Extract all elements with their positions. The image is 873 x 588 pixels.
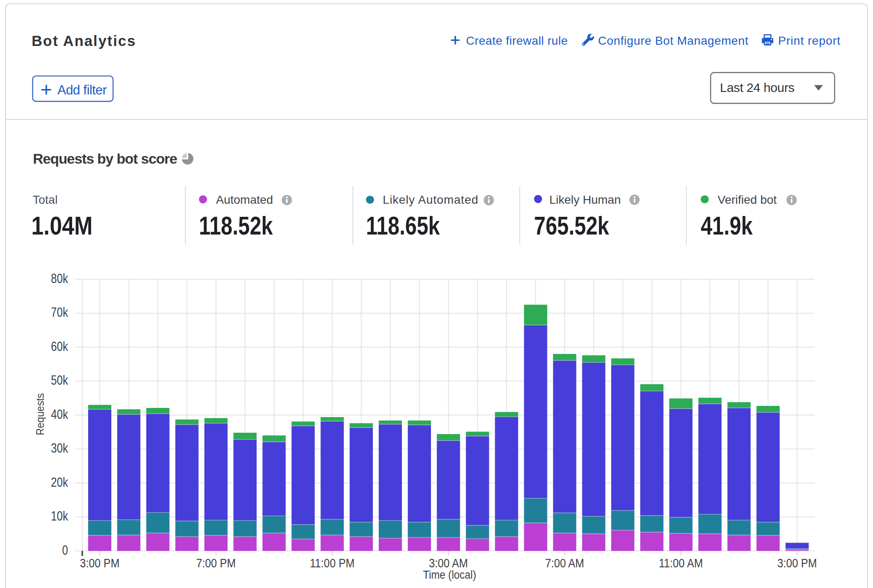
svg-text:Add filter: Add filter [57,83,107,97]
svg-text:1.04M: 1.04M [31,210,92,240]
svg-text:0: 0 [62,542,68,557]
svg-text:Configure Bot Management: Configure Bot Management [598,34,749,47]
svg-text:Likely Human: Likely Human [549,193,621,206]
svg-text:Total: Total [33,193,58,206]
svg-text:41.9k: 41.9k [701,211,753,240]
svg-text:3:00 PM: 3:00 PM [777,556,817,570]
svg-text:Last 24 hours: Last 24 hours [720,81,795,94]
svg-text:40k: 40k [51,407,68,421]
svg-text:Automated: Automated [216,193,273,206]
svg-text:765.52k: 765.52k [534,211,609,240]
svg-text:Time (local): Time (local) [423,569,476,581]
svg-text:70k: 70k [51,305,68,320]
svg-text:80k: 80k [51,271,68,286]
svg-text:Requests: Requests [34,393,46,435]
svg-text:7:00 AM: 7:00 AM [545,556,584,570]
svg-text:Create firewall rule: Create firewall rule [466,34,568,47]
svg-text:3:00 AM: 3:00 AM [429,556,468,570]
svg-text:50k: 50k [51,373,68,388]
svg-text:11:00 PM: 11:00 PM [310,556,355,570]
svg-text:Bot Analytics: Bot Analytics [32,33,136,49]
svg-text:Requests by bot score: Requests by bot score [33,151,177,167]
svg-text:30k: 30k [51,441,68,456]
svg-text:11:00 AM: 11:00 AM [659,556,703,570]
svg-text:10k: 10k [51,509,68,523]
svg-text:20k: 20k [51,475,68,489]
svg-text:7:00 PM: 7:00 PM [196,556,236,570]
svg-text:Likely Automated: Likely Automated [383,193,479,206]
svg-text:Verified bot: Verified bot [718,193,777,206]
svg-text:3:00 PM: 3:00 PM [80,556,120,570]
svg-text:118.52k: 118.52k [199,211,273,240]
svg-text:60k: 60k [51,339,68,353]
svg-text:118.65k: 118.65k [366,211,440,240]
svg-text:Print report: Print report [778,34,841,47]
